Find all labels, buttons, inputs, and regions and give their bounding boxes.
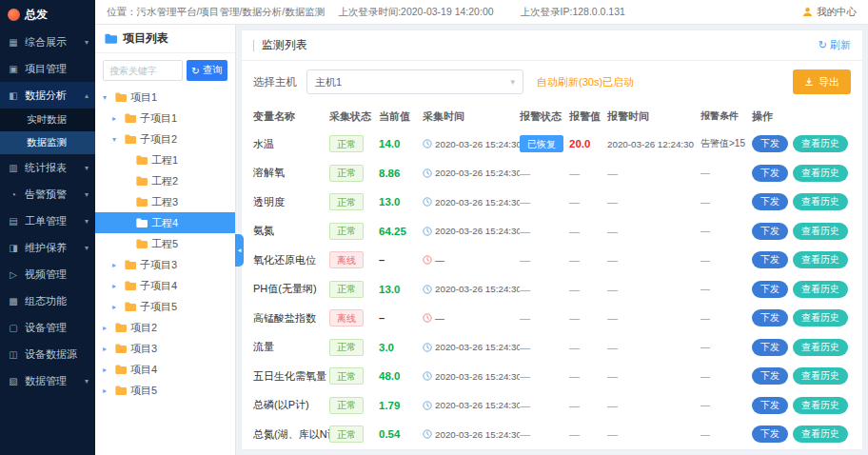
send-button[interactable]: 下发 (752, 309, 788, 326)
alarm-condition: — (700, 429, 752, 440)
tree-node[interactable]: 工程5 (95, 233, 235, 254)
alarm-time: — (607, 342, 700, 353)
alarm-bell-icon: ◔ (8, 189, 19, 200)
alarm-condition: — (700, 342, 752, 352)
sidebar-item[interactable]: ◔告警预警▾ (0, 181, 95, 208)
card-title: 监测列表 (262, 37, 819, 53)
table-row: PH值(无量纲)正常13.02020-03-26 15:24:30————下发查… (242, 275, 862, 305)
send-button[interactable]: 下发 (752, 223, 788, 240)
current-value: 1.79 (379, 400, 423, 411)
view-history-button[interactable]: 查看历史 (793, 425, 848, 443)
send-button[interactable]: 下发 (752, 193, 788, 210)
alarm-value: — (569, 284, 607, 295)
tree-node[interactable]: ▸项目3 (95, 338, 235, 359)
maintenance-icon: ◨ (8, 243, 19, 253)
sidebar-item[interactable]: ▥统计报表▾ (0, 154, 95, 181)
variable-name: 总氮(湖、库以N计) (253, 427, 329, 442)
variable-name: 五日生化需氧量 (253, 369, 329, 384)
collect-status-badge: 正常 (329, 165, 364, 182)
title-divider (253, 40, 254, 51)
sidebar-item[interactable]: ▤工单管理▾ (0, 208, 95, 234)
sidebar-item[interactable]: ▷视频管理 (0, 261, 95, 287)
alarm-condition: — (700, 168, 752, 178)
row-actions: 下发查看历史 (752, 367, 851, 385)
monitor-table-head: 变量名称采集状态当前值采集时间报警状态报警值报警时间报警条件操作 (242, 103, 862, 129)
current-value: – (379, 312, 423, 324)
view-history-button[interactable]: 查看历史 (793, 367, 848, 385)
sidebar-subitem[interactable]: 数据监测 (0, 131, 95, 154)
collect-time-text: — (435, 313, 444, 324)
sidebar-item[interactable]: ◧数据分析▴ (0, 82, 95, 109)
send-button[interactable]: 下发 (752, 425, 788, 443)
sidebar-subitem[interactable]: 实时数据 (0, 109, 95, 131)
alarm-value: — (569, 342, 607, 353)
alarm-value: — (569, 226, 607, 237)
table-row: 高锰酸盐指数离线–—————下发查看历史 (242, 304, 862, 333)
device-icon: ▢ (8, 323, 19, 333)
tree-node[interactable]: 工程4 (95, 212, 235, 233)
sidebar-item[interactable]: ▦综合展示▾ (0, 29, 95, 55)
tree-node[interactable]: ▸子项目4 (95, 275, 235, 296)
sidebar-item[interactable]: ◫设备数据源 (0, 341, 95, 367)
view-history-button[interactable]: 查看历史 (793, 165, 848, 182)
view-history-button[interactable]: 查看历史 (793, 339, 848, 356)
tree-node[interactable]: ▸项目4 (95, 359, 235, 380)
tree-node[interactable]: ▾项目1 (95, 87, 235, 108)
project-tree: ▾项目1▸子项目1▾子项目2工程1工程2工程3工程4工程5▸子项目3▸子项目4▸… (95, 87, 235, 401)
sidebar-item[interactable]: ▧数据管理▾ (0, 367, 95, 394)
send-button[interactable]: 下发 (752, 397, 788, 414)
tree-node[interactable]: 工程3 (95, 191, 235, 212)
send-button[interactable]: 下发 (752, 339, 788, 356)
view-history-button[interactable]: 查看历史 (793, 135, 848, 152)
search-button[interactable]: ↻ 查询 (187, 60, 227, 81)
sidebar-item[interactable]: ◨维护保养▾ (0, 234, 95, 261)
view-history-button[interactable]: 查看历史 (793, 397, 848, 414)
tree-node[interactable]: ▸子项目5 (95, 296, 235, 317)
send-button[interactable]: 下发 (752, 165, 788, 182)
tree-node[interactable]: 工程1 (95, 149, 235, 170)
refresh-button[interactable]: ↻ 刷新 (819, 38, 851, 52)
row-actions: 下发查看历史 (752, 135, 851, 152)
view-history-button[interactable]: 查看历史 (793, 281, 848, 298)
sidebar-item[interactable]: ▣项目管理 (0, 55, 95, 82)
user-center-link[interactable]: 我的中心 (625, 6, 857, 19)
tree-node[interactable]: ▾子项目2 (95, 129, 235, 149)
view-history-button[interactable]: 查看历史 (793, 309, 848, 326)
view-history-button[interactable]: 查看历史 (793, 223, 848, 240)
user-center-label: 我的中心 (817, 6, 857, 19)
tree-node[interactable]: ▸项目2 (95, 317, 235, 338)
send-button[interactable]: 下发 (752, 367, 788, 385)
collect-status-badge: 离线 (329, 309, 364, 326)
send-button[interactable]: 下发 (752, 251, 788, 268)
login-info: 上次登录时间:2020-03-19 14:20:00 上次登录IP:128.0.… (338, 6, 625, 19)
export-button[interactable]: 导出 (793, 69, 851, 94)
folder-icon (115, 344, 127, 353)
host-select[interactable]: 主机1 ▾ (306, 69, 523, 94)
sidebar-item-label: 设备管理 (25, 321, 67, 335)
current-value: 64.25 (379, 226, 423, 237)
column-header: 报警时间 (607, 109, 700, 124)
sidebar-item-label: 维护保养 (25, 241, 67, 255)
collect-time: 2020-03-26 15:24:30 (423, 139, 520, 149)
sidebar-item[interactable]: ▩组态功能 (0, 287, 95, 314)
collect-status-cell: 正常 (329, 135, 379, 152)
sidebar-item-label: 数据管理 (25, 374, 67, 388)
collapse-panel-button[interactable]: ◂ (235, 234, 244, 267)
tree-node-label: 工程3 (151, 195, 178, 209)
current-value: 3.0 (379, 342, 423, 353)
alarm-value: 20.0 (569, 138, 607, 149)
breadcrumb: 位置：污水管理平台/项目管理/数据分析/数据监测 (107, 6, 338, 19)
sidebar-item[interactable]: ▢设备管理 (0, 314, 95, 341)
tree-node[interactable]: 工程2 (95, 170, 235, 191)
send-button[interactable]: 下发 (752, 135, 788, 152)
search-input[interactable] (103, 60, 183, 81)
tree-node[interactable]: ▸项目5 (95, 380, 235, 401)
send-button[interactable]: 下发 (752, 281, 788, 298)
folder-icon (115, 386, 127, 395)
view-history-button[interactable]: 查看历史 (793, 193, 848, 210)
tree-node[interactable]: ▸子项目1 (95, 108, 235, 129)
view-history-button[interactable]: 查看历史 (793, 251, 848, 268)
collect-status-cell: 离线 (329, 251, 379, 268)
alarm-time: — (607, 226, 700, 237)
tree-node[interactable]: ▸子项目3 (95, 254, 235, 275)
